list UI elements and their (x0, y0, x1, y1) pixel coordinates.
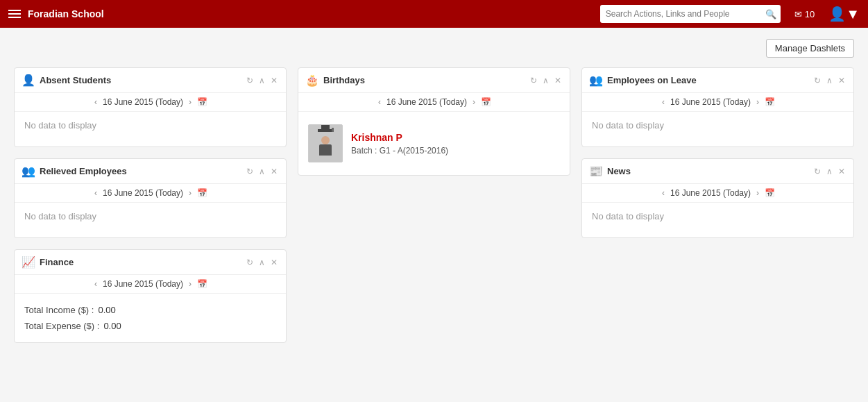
employees-on-leave-prev[interactable]: ‹ (661, 97, 666, 107)
birthdays-date: 16 June 2015 (Today) (386, 97, 467, 107)
search-container: 🔍 (600, 5, 781, 23)
employees-on-leave-close[interactable]: ✕ (837, 76, 846, 85)
employees-on-leave-icon: 👥 (589, 74, 603, 87)
absent-students-refresh[interactable]: ↻ (245, 76, 255, 85)
news-title: News (607, 166, 808, 176)
relieved-employees-up[interactable]: ∧ (257, 167, 266, 176)
news-no-data: No data to display (592, 211, 664, 221)
news-date: 16 June 2015 (Today) (670, 188, 751, 198)
news-nav: ‹ 16 June 2015 (Today) › 📅 (582, 184, 853, 203)
relieved-employees-header: 👥 Relieved Employees ↻ ∧ ✕ (15, 159, 286, 184)
relieved-employees-date: 16 June 2015 (Today) (103, 188, 183, 198)
search-input[interactable] (600, 5, 781, 23)
relieved-employees-body: No data to display (15, 203, 286, 237)
birthday-name: Krishnan P (351, 132, 448, 143)
absent-students-title: Absent Students (40, 75, 241, 85)
birthdays-icon: 🎂 (305, 74, 319, 87)
employees-on-leave-nav: ‹ 16 June 2015 (Today) › 📅 (582, 93, 853, 112)
birthdays-next[interactable]: › (471, 97, 477, 107)
news-close[interactable]: ✕ (837, 167, 846, 176)
relieved-employees-nav: ‹ 16 June 2015 (Today) › 📅 (15, 184, 286, 203)
birthdays-controls: ↻ ∧ ✕ (529, 76, 563, 85)
news-refresh[interactable]: ↻ (812, 167, 822, 176)
grad-head (321, 136, 330, 144)
employees-on-leave-calendar[interactable]: 📅 (765, 97, 775, 107)
app-logo: Foradian School (28, 8, 104, 19)
finance-controls: ↻ ∧ ✕ (245, 258, 279, 267)
relieved-employees-card: 👥 Relieved Employees ↻ ∧ ✕ ‹ 16 June 201… (14, 158, 287, 238)
birthdays-prev[interactable]: ‹ (377, 97, 382, 107)
relieved-employees-next[interactable]: › (187, 188, 193, 198)
birthdays-header: 🎂 Birthdays ↻ ∧ ✕ (298, 68, 570, 93)
employees-on-leave-card: 👥 Employees on Leave ↻ ∧ ✕ ‹ 16 June 201… (581, 67, 854, 147)
birthdays-nav: ‹ 16 June 2015 (Today) › 📅 (298, 93, 570, 112)
finance-calendar[interactable]: 📅 (197, 279, 207, 289)
grad-cap (318, 129, 333, 132)
absent-students-close[interactable]: ✕ (269, 76, 279, 85)
employees-on-leave-header: 👥 Employees on Leave ↻ ∧ ✕ (582, 68, 853, 93)
absent-students-next[interactable]: › (187, 97, 193, 107)
news-icon: 📰 (589, 165, 603, 178)
menu-icon[interactable] (8, 10, 21, 18)
avatar (308, 124, 343, 162)
manage-dashlets-row: Manage Dashlets (14, 39, 854, 58)
finance-next[interactable]: › (187, 279, 193, 289)
graduation-figure (314, 128, 337, 159)
employees-on-leave-refresh[interactable]: ↻ (812, 76, 822, 85)
total-expense-row: Total Expense ($) : 0.00 (24, 318, 276, 334)
birthday-entry: Krishnan P Batch : G1 - A(2015-2016) (308, 120, 560, 167)
birthdays-close[interactable]: ✕ (553, 76, 563, 85)
employees-on-leave-body: No data to display (582, 112, 853, 146)
relieved-employees-close[interactable]: ✕ (269, 167, 279, 176)
birthday-info: Krishnan P Batch : G1 - A(2015-2016) (351, 132, 448, 156)
mail-count: 10 (805, 9, 815, 19)
total-expense-value: 0.00 (103, 321, 121, 331)
news-calendar[interactable]: 📅 (765, 188, 775, 198)
total-income-value: 0.00 (98, 305, 115, 315)
relieved-employees-controls: ↻ ∧ ✕ (245, 167, 279, 176)
mail-indicator[interactable]: ✉ 10 (794, 9, 815, 19)
finance-icon: 📈 (22, 256, 35, 269)
main-content: Manage Dashlets 👤 Absent Students ↻ ∧ ✕ … (0, 28, 868, 354)
relieved-employees-refresh[interactable]: ↻ (245, 167, 255, 176)
grad-body (319, 144, 332, 156)
finance-prev[interactable]: ‹ (93, 279, 99, 289)
birthdays-calendar[interactable]: 📅 (481, 97, 491, 107)
finance-header: 📈 Finance ↻ ∧ ✕ (15, 250, 286, 275)
birthday-batch: Batch : G1 - A(2015-2016) (351, 146, 448, 156)
column-2: 🎂 Birthdays ↻ ∧ ✕ ‹ 16 June 2015 (Today)… (298, 67, 570, 343)
absent-students-controls: ↻ ∧ ✕ (245, 76, 279, 85)
employees-on-leave-up[interactable]: ∧ (825, 76, 834, 85)
relieved-employees-prev[interactable]: ‹ (93, 188, 99, 198)
finance-close[interactable]: ✕ (269, 258, 279, 267)
news-next[interactable]: › (755, 188, 760, 198)
absent-students-calendar[interactable]: 📅 (197, 97, 207, 107)
news-prev[interactable]: ‹ (661, 188, 666, 198)
news-controls: ↻ ∧ ✕ (812, 167, 846, 176)
finance-card: 📈 Finance ↻ ∧ ✕ ‹ 16 June 2015 (Today) ›… (14, 249, 287, 343)
absent-students-up[interactable]: ∧ (257, 76, 266, 85)
news-up[interactable]: ∧ (825, 167, 834, 176)
birthdays-refresh[interactable]: ↻ (529, 76, 538, 85)
finance-up[interactable]: ∧ (257, 258, 266, 267)
news-body: No data to display (582, 203, 853, 237)
employees-on-leave-next[interactable]: › (755, 97, 760, 107)
birthdays-card: 🎂 Birthdays ↻ ∧ ✕ ‹ 16 June 2015 (Today)… (298, 67, 570, 176)
app-name: Foradian School (28, 8, 104, 19)
birthdays-title: Birthdays (323, 75, 525, 85)
user-menu[interactable]: 👤▼ (828, 6, 860, 22)
news-card: 📰 News ↻ ∧ ✕ ‹ 16 June 2015 (Today) › 📅 … (581, 158, 854, 238)
column-1: 👤 Absent Students ↻ ∧ ✕ ‹ 16 June 2015 (… (14, 67, 287, 343)
absent-students-body: No data to display (15, 112, 286, 146)
total-income-label: Total Income ($) : (24, 305, 94, 315)
absent-students-prev[interactable]: ‹ (93, 97, 99, 107)
search-icon: 🔍 (765, 9, 776, 19)
absent-students-nav: ‹ 16 June 2015 (Today) › 📅 (15, 93, 286, 112)
relieved-employees-calendar[interactable]: 📅 (197, 188, 207, 198)
manage-dashlets-button[interactable]: Manage Dashlets (766, 39, 854, 58)
absent-students-card: 👤 Absent Students ↻ ∧ ✕ ‹ 16 June 2015 (… (14, 67, 287, 147)
birthdays-up[interactable]: ∧ (541, 76, 550, 85)
finance-refresh[interactable]: ↻ (245, 258, 255, 267)
finance-body: Total Income ($) : 0.00 Total Expense ($… (15, 294, 286, 342)
dashlets-grid: 👤 Absent Students ↻ ∧ ✕ ‹ 16 June 2015 (… (14, 67, 854, 343)
